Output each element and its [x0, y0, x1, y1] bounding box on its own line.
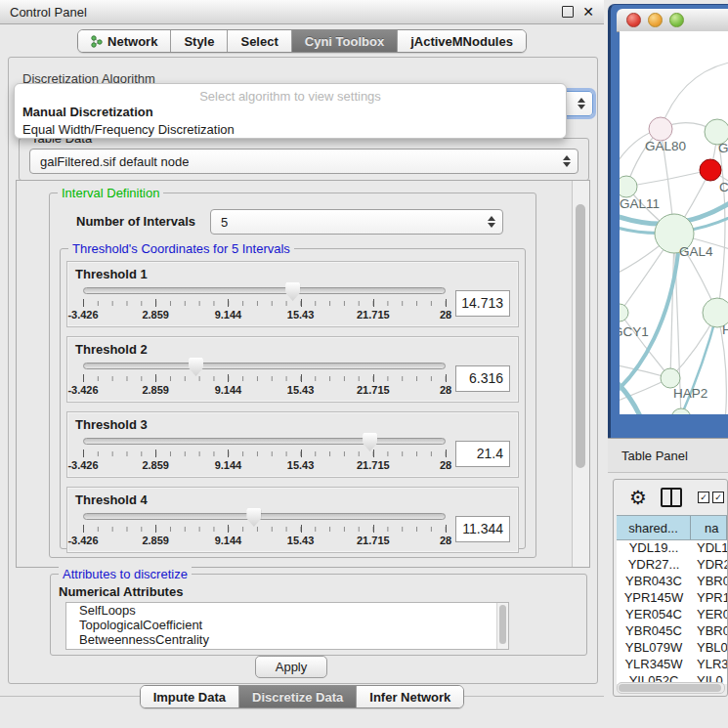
table-row[interactable]: YPR145WYPR1	[617, 590, 727, 607]
slider-track[interactable]	[83, 513, 446, 520]
table-data-value: galFiltered.sif default node	[40, 154, 189, 169]
tab-label: Network	[107, 34, 157, 49]
table-data-combobox[interactable]: galFiltered.sif default node	[29, 149, 578, 174]
zoom-traffic-light[interactable]	[669, 13, 684, 27]
threshold-value-field[interactable]: 11.344	[455, 516, 510, 542]
table-row[interactable]: YBR043CYBR0	[617, 574, 727, 590]
threshold-slider[interactable]: -3.4262.8599.14415.4321.71528	[83, 508, 446, 549]
scrollbar-thumb[interactable]	[619, 684, 721, 692]
table-cell[interactable]: YPR1	[691, 590, 727, 607]
tab-discretize-data[interactable]: Discretize Data	[239, 686, 357, 707]
slider-track[interactable]	[83, 363, 446, 369]
scrollbar-thumb[interactable]	[576, 204, 585, 468]
number-of-intervals-combobox[interactable]: 5	[210, 209, 503, 235]
algorithm-option-manual[interactable]: Manual Discretization	[15, 104, 566, 121]
slider-handle[interactable]	[189, 358, 203, 376]
slider-handle[interactable]	[363, 433, 377, 451]
close-icon[interactable]: ✕	[582, 5, 594, 19]
table-cell[interactable]: YER054C	[617, 607, 691, 623]
table-row[interactable]: YDR27...YDR2	[617, 557, 727, 574]
table-row[interactable]: YBR045CYBR0	[617, 623, 727, 640]
attributes-legend: Attributes to discretize	[59, 567, 192, 581]
network-node-green[interactable]	[620, 304, 628, 321]
table-cell[interactable]: YLR3	[691, 657, 727, 673]
network-node-green[interactable]	[620, 176, 637, 197]
algorithm-option-equal-width[interactable]: Equal Width/Frequency Discretization	[15, 121, 566, 139]
major-tick	[155, 525, 156, 533]
major-tick	[301, 374, 302, 382]
network-node-red[interactable]	[700, 159, 721, 181]
major-tick	[446, 374, 447, 382]
tab-impute-data[interactable]: Impute Data	[141, 686, 239, 707]
checkbox-icon[interactable]: ✓	[712, 492, 724, 503]
slider-track[interactable]	[83, 287, 446, 294]
table-cell[interactable]: YPR145W	[617, 590, 691, 607]
vertical-scrollbar[interactable]	[572, 181, 589, 567]
scrollbar-thumb[interactable]	[499, 605, 506, 644]
tick-label: 9.144	[215, 535, 242, 546]
slider-track[interactable]	[83, 438, 446, 445]
table-cell[interactable]: YBL079W	[617, 640, 691, 657]
table-cell[interactable]: YBR043C	[617, 574, 691, 590]
tab-network[interactable]: Network	[78, 30, 171, 52]
tab-infer-network[interactable]: Infer Network	[357, 686, 463, 707]
network-node-pink[interactable]	[649, 117, 672, 141]
attribute-list-item[interactable]: BetweennessCentrality	[66, 632, 508, 647]
network-canvas[interactable]: GAL80GACGAL11GAL4GCY1HHAP2	[620, 31, 728, 414]
close-traffic-light[interactable]	[626, 13, 641, 27]
network-node-green[interactable]	[671, 408, 691, 414]
threshold-slider[interactable]: -3.4262.8599.14415.4321.71528	[83, 358, 446, 399]
table-cell[interactable]: YER0	[691, 607, 727, 623]
threshold-slider[interactable]: -3.4262.8599.14415.4321.71528	[83, 282, 446, 323]
tab-jactivemnodules[interactable]: jActiveMNodules	[398, 30, 526, 52]
slider-handle[interactable]	[246, 508, 261, 527]
table-cell[interactable]: YDL1	[691, 540, 727, 557]
table-row[interactable]: YDL19...YDL1	[617, 540, 727, 557]
table-cell[interactable]: YDR27...	[617, 557, 691, 574]
top-tab-bar: Network Style Select Cyni Toolbox jActiv…	[0, 29, 604, 53]
table-cell[interactable]: YBL0	[691, 640, 727, 657]
minimize-traffic-light[interactable]	[648, 13, 663, 27]
gear-icon[interactable]: ⚙	[629, 488, 647, 507]
table-cell[interactable]: YBR045C	[617, 623, 691, 640]
threshold-value-field[interactable]: 21.4	[455, 441, 510, 467]
network-edge-highlighted[interactable]	[620, 375, 641, 414]
table-cell[interactable]: YLR345W	[617, 657, 691, 673]
attribute-list-item[interactable]: SelfLoops	[66, 603, 508, 618]
float-window-icon[interactable]	[562, 6, 574, 18]
threshold-slider[interactable]: -3.4262.8599.14415.4321.71528	[83, 433, 446, 474]
table-row[interactable]: YBL079WYBL0	[617, 640, 727, 657]
split-table-icon[interactable]	[661, 488, 682, 507]
apply-button[interactable]: Apply	[255, 656, 327, 678]
table-row[interactable]: YLR345WYLR3	[617, 657, 727, 673]
threshold-value-field[interactable]: 14.713	[455, 290, 510, 317]
column-header-shared-name[interactable]: shared...	[617, 516, 691, 539]
table-cell[interactable]: YDL19...	[617, 540, 691, 557]
tab-cyni-toolbox[interactable]: Cyni Toolbox	[292, 30, 398, 52]
table-row[interactable]: YER054CYER0	[617, 607, 727, 623]
attribute-list-item[interactable]: TopologicalCoefficient	[66, 618, 508, 632]
panel-title: Control Panel	[10, 5, 87, 20]
checkbox-icon[interactable]: ✓	[698, 492, 709, 503]
tick-label: -3.426	[67, 459, 98, 471]
algorithm-placeholder: Select algorithm to view settings	[15, 84, 566, 104]
tick-label: 15.43	[287, 459, 315, 471]
threshold-value-field[interactable]: 6.316	[455, 365, 510, 392]
network-node-label: GAL80	[645, 139, 686, 153]
table-cell[interactable]: YBR0	[691, 623, 727, 640]
horizontal-scrollbar[interactable]	[617, 682, 725, 694]
thresholds-group: Threshold's Coordinates for 5 Intervals …	[60, 248, 526, 549]
table-cell[interactable]: YBR0	[691, 574, 727, 590]
tab-style[interactable]: Style	[171, 30, 228, 52]
major-tick	[373, 450, 374, 457]
list-scrollbar[interactable]	[496, 603, 508, 649]
network-edge[interactable]	[670, 234, 674, 378]
tab-select[interactable]: Select	[228, 30, 291, 52]
slider-handle[interactable]	[285, 282, 300, 301]
table-cell[interactable]: YDR2	[691, 557, 727, 574]
tick-label: -3.426	[67, 384, 98, 396]
tick-label: 15.43	[287, 535, 315, 546]
column-header-name[interactable]: na	[691, 516, 727, 539]
network-node-green[interactable]	[661, 368, 680, 388]
tab-label: Discretize Data	[252, 690, 343, 705]
